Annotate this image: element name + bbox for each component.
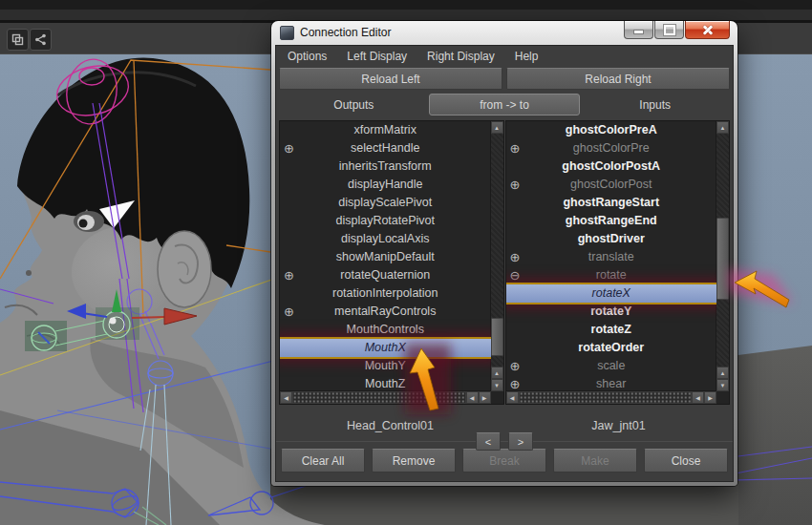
connection-direction-button[interactable]: from -> to [429,94,581,116]
list-item-shear[interactable]: ⊕shear [506,375,717,391]
expand-icon[interactable]: ⊕ [284,303,294,321]
next-connection-button[interactable]: > [508,432,533,451]
expand-icon[interactable]: ⊕ [510,176,521,194]
left-node-label: Head_Control01 [276,419,504,432]
list-item-mouthcontrols[interactable]: MouthControls [280,321,491,339]
list-item-label: shear [596,377,626,390]
list-item-inheritstransform[interactable]: inheritsTransform [280,158,491,176]
left-list-rows: xformMatrix⊕selectHandleinheritsTransfor… [280,121,491,391]
scroll-up-button[interactable]: ▲ [491,121,503,134]
scrollbar-thumb[interactable] [716,218,729,300]
list-item-rotatex[interactable]: rotateX [506,284,717,303]
list-item-label: rotateX [592,286,630,300]
menu-item-options[interactable]: Options [288,50,327,63]
list-item-mouthz[interactable]: MouthZ [280,375,491,391]
menu-item-right-display[interactable]: Right Display [427,50,495,63]
minimize-button[interactable] [624,21,653,39]
scroll-up-button[interactable]: ▲ [716,121,729,134]
expand-icon[interactable]: ⊕ [510,139,521,158]
menu-item-help[interactable]: Help [515,50,539,63]
list-item-scale[interactable]: ⊕scale [506,357,717,375]
list-item-label: inheritsTransform [339,159,432,173]
share-button[interactable] [30,29,52,51]
expand-icon[interactable]: ⊕ [284,266,294,284]
scroll-up-button[interactable]: ▲ [491,367,503,379]
remove-button[interactable]: Remove [372,449,456,472]
list-item-mouthx[interactable]: MouthX [280,339,491,357]
scrollbar-thumb[interactable] [292,391,466,404]
list-item-label: ghostDriver [578,232,645,245]
list-item-displayrotatepivot[interactable]: displayRotatePivot [280,212,491,230]
make-button[interactable]: Make [553,449,637,472]
scroll-left-button[interactable]: ◀ [692,391,704,404]
list-item-label: displayRotatePivot [335,214,435,227]
list-item-displayhandle[interactable]: displayHandle [280,176,491,194]
scroll-right-button[interactable]: ▶ [704,391,716,404]
close-button[interactable]: Close [644,449,728,472]
list-item-rotatez[interactable]: rotateZ [506,321,717,339]
scroll-down-button[interactable]: ▼ [491,379,503,391]
scrollbar-track[interactable] [491,134,503,367]
window-title: Connection Editor [300,26,391,39]
list-item-label: ghostColorPost [570,178,652,191]
scrollbar-thumb[interactable] [519,391,693,404]
list-item-label: displayScalePivot [338,196,432,209]
tab-inputs[interactable]: Inputs [580,98,730,112]
list-item-rotatey[interactable]: rotateY [506,303,717,321]
list-item-mouthy[interactable]: MouthY [280,357,491,375]
list-item-mentalraycontrols[interactable]: ⊕mentalRayControls [280,303,491,321]
expand-icon[interactable]: ⊕ [284,139,294,158]
scroll-down-button[interactable]: ▼ [716,379,729,391]
list-item-ghostdriver[interactable]: ghostDriver [506,230,717,248]
expand-icon[interactable]: ⊕ [510,375,521,391]
list-item-label: ghostColorPostA [562,159,660,173]
list-item-rotatequaternion[interactable]: ⊕rotateQuaternion [280,266,491,284]
list-item-ghostcolorpre[interactable]: ⊕ghostColorPre [506,139,717,158]
scroll-left-button[interactable]: ◀ [466,391,479,404]
list-item-ghostcolorpost[interactable]: ⊕ghostColorPost [506,176,717,194]
list-item-ghostcolorprea[interactable]: ghostColorPreA [506,121,717,139]
list-item-ghostrangestart[interactable]: ghostRangeStart [506,194,717,212]
break-button[interactable]: Break [462,449,546,472]
right-node-label: Jaw_jnt01 [504,419,733,432]
expand-icon[interactable]: ⊕ [510,248,521,266]
left-horizontal-scrollbar[interactable]: ◀ ◀ ▶ [280,390,491,404]
share-icon [34,33,47,46]
collapse-icon[interactable]: ⊖ [510,266,521,284]
close-window-button[interactable] [685,21,730,39]
tab-outputs[interactable]: Outputs [279,98,429,112]
panel-layout-button[interactable] [7,29,29,51]
right-vertical-scrollbar[interactable]: ▲ ▲ ▼ [716,121,729,391]
scrollbar-track[interactable] [716,134,729,367]
list-item-selecthandle[interactable]: ⊕selectHandle [280,139,491,158]
list-item-rotate[interactable]: ⊖rotate [506,266,717,284]
scroll-left-button[interactable]: ◀ [280,391,292,404]
list-item-ghostrangeend[interactable]: ghostRangeEnd [506,212,717,230]
scroll-up-button[interactable]: ▲ [716,367,729,379]
scroll-right-button[interactable]: ▶ [479,391,491,404]
maximize-button[interactable] [654,21,684,39]
reload-left-button[interactable]: Reload Left [279,68,502,90]
list-item-label: rotateOrder [578,341,644,354]
list-item-rotateorder[interactable]: rotateOrder [506,339,717,357]
list-item-xformmatrix[interactable]: xformMatrix [280,121,491,139]
menu-item-left-display[interactable]: Left Display [347,50,407,63]
prev-connection-button[interactable]: < [476,432,501,451]
list-item-label: displayLocalAxis [341,232,429,245]
scrollbar-thumb[interactable] [491,318,503,356]
right-horizontal-scrollbar[interactable]: ◀ ◀ ▶ [506,390,717,404]
list-item-rotationinterpolation[interactable]: rotationInterpolation [280,284,491,303]
list-item-displayscalepivot[interactable]: displayScalePivot [280,194,491,212]
list-item-ghostcolorposta[interactable]: ghostColorPostA [506,158,717,176]
clear-all-button[interactable]: Clear All [281,449,365,472]
scroll-left-button[interactable]: ◀ [506,391,519,404]
list-item-label: rotateQuaternion [340,268,430,282]
list-item-displaylocalaxis[interactable]: displayLocalAxis [280,230,491,248]
right-list-rows: ghostColorPreA⊕ghostColorPreghostColorPo… [506,121,717,391]
expand-icon[interactable]: ⊕ [510,357,521,375]
reload-right-button[interactable]: Reload Right [506,68,730,90]
list-item-translate[interactable]: ⊕translate [506,248,717,266]
list-item-label: MouthY [365,359,406,372]
left-vertical-scrollbar[interactable]: ▲ ▲ ▼ [490,121,503,391]
list-item-showmanipdefault[interactable]: showManipDefault [280,248,491,266]
